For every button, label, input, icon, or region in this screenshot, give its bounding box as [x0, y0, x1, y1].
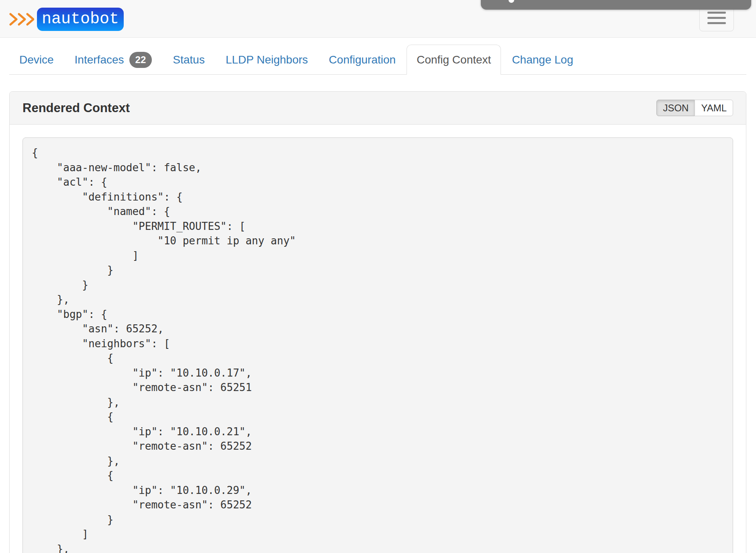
tab-device[interactable]: Device — [9, 45, 64, 75]
yaml-format-button[interactable]: YAML — [695, 100, 733, 116]
tab-status[interactable]: Status — [163, 45, 215, 75]
logo-chevrons-icon — [9, 12, 34, 26]
rendered-context-panel: Rendered Context JSON YAML { "aaa-new-mo… — [9, 91, 746, 553]
hamburger-icon — [707, 12, 726, 14]
navbar: nautobot — [0, 0, 756, 38]
format-toggle-group: JSON YAML — [656, 100, 733, 116]
tab-change-log[interactable]: Change Log — [502, 45, 583, 75]
panel-heading: Rendered Context JSON YAML — [10, 92, 746, 125]
tab-configuration[interactable]: Configuration — [319, 45, 406, 75]
tab-label: Configuration — [329, 51, 396, 68]
rendered-context-code: { "aaa-new-model": false, "acl": { "defi… — [22, 137, 733, 553]
nautobot-logo[interactable]: nautobot — [9, 8, 124, 31]
hamburger-icon — [707, 17, 726, 19]
toast-dot-icon — [509, 0, 514, 3]
hamburger-icon — [707, 22, 726, 24]
json-format-button[interactable]: JSON — [656, 100, 695, 116]
toast-notification — [481, 0, 751, 10]
tab-interfaces[interactable]: Interfaces22 — [65, 45, 162, 75]
tab-label: Device — [19, 51, 54, 68]
tab-label: Interfaces — [75, 51, 124, 68]
logo-wordmark: nautobot — [37, 8, 124, 31]
panel-body: { "aaa-new-model": false, "acl": { "defi… — [10, 125, 746, 553]
tab-label: Status — [173, 51, 204, 68]
tab-config-context[interactable]: Config Context — [407, 45, 501, 75]
tab-label: Config Context — [417, 51, 491, 68]
tab-label: LLDP Neighbors — [226, 51, 308, 68]
interfaces-count-badge: 22 — [129, 52, 152, 68]
tab-label: Change Log — [512, 51, 573, 68]
tab-lldp-neighbors[interactable]: LLDP Neighbors — [216, 45, 318, 75]
panel-title: Rendered Context — [22, 101, 130, 115]
device-tabs: Device Interfaces22 Status LLDP Neighbor… — [9, 45, 746, 75]
